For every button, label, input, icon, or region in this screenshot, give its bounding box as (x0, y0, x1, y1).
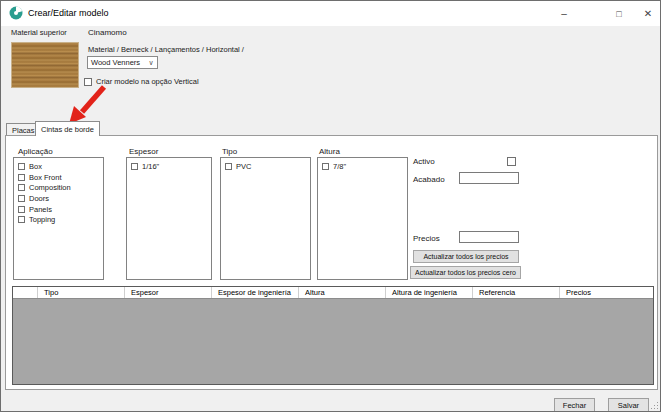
item-checkbox[interactable] (18, 206, 25, 213)
item-checkbox[interactable] (18, 184, 25, 191)
altura-list-item[interactable]: 7/8" (318, 161, 407, 172)
grid-column-header[interactable]: Altura (299, 287, 386, 298)
item-label: Doors (29, 194, 49, 203)
vertical-option-checkbox[interactable] (84, 78, 92, 86)
aplicacao-label: Aplicação (18, 147, 53, 156)
resize-grip[interactable] (650, 401, 658, 409)
item-checkbox[interactable] (322, 163, 329, 170)
grid-column-header[interactable]: Tipo (38, 287, 125, 298)
aplicacao-list-item[interactable]: Box Front (14, 172, 103, 183)
item-label: 1/16" (142, 162, 159, 171)
tipo-label: Tipo (222, 147, 237, 156)
salvar-button[interactable]: Salvar (608, 398, 649, 412)
precios-input[interactable] (459, 231, 519, 243)
grid-header-row: TipoEspesorEspesor de ingenieríaAlturaAl… (13, 287, 653, 299)
item-checkbox[interactable] (131, 163, 138, 170)
activo-checkbox[interactable] (507, 157, 516, 166)
maximize-icon: □ (616, 9, 621, 19)
grid-column-header[interactable]: Precios (560, 287, 653, 298)
item-checkbox[interactable] (225, 163, 232, 170)
grid-column-header[interactable]: Espesor (125, 287, 212, 298)
finish-type-dropdown[interactable]: Wood Venners ∨ (87, 56, 158, 69)
fechar-button[interactable]: Fechar (554, 398, 595, 412)
item-label: PVC (236, 162, 251, 171)
maximize-button[interactable]: □ (604, 1, 634, 26)
dialog-window: Crear/Editar modelo – □ ✕ Material super… (0, 0, 661, 412)
aplicacao-listbox[interactable]: BoxBox FrontCompositionDoorsPanelsToppin… (13, 157, 104, 280)
window-title: Crear/Editar modelo (28, 8, 109, 18)
app-logo-icon (9, 6, 23, 20)
item-label: Box Front (29, 173, 62, 182)
item-checkbox[interactable] (18, 174, 25, 181)
minimize-button[interactable]: – (549, 1, 579, 26)
acabado-input[interactable] (459, 172, 519, 184)
vertical-option-checkbox-row[interactable]: Criar modelo na opção Vertical (84, 77, 199, 86)
item-checkbox[interactable] (18, 216, 25, 223)
update-all-prices-button[interactable]: Actualizar todos los precios (413, 250, 519, 263)
activo-label: Activo (413, 157, 435, 166)
tab-cintas-de-borde[interactable]: Cintas de borde (35, 121, 100, 136)
material-superior-label: Material superior (11, 28, 67, 37)
edgeband-data-grid: TipoEspesorEspesor de ingenieríaAlturaAl… (12, 286, 654, 385)
grid-column-headers: TipoEspesorEspesor de ingenieríaAlturaAl… (38, 287, 653, 298)
grid-column-header[interactable]: Referencia (473, 287, 560, 298)
chevron-down-icon: ∨ (145, 59, 157, 67)
vertical-option-label: Criar modelo na opção Vertical (96, 77, 199, 86)
item-label: Panels (29, 205, 52, 214)
item-label: Composition (29, 183, 71, 192)
item-label: 7/8" (333, 162, 346, 171)
acabado-label: Acabado (413, 175, 445, 184)
espesor-list-item[interactable]: 1/16" (127, 161, 211, 172)
tipo-list-item[interactable]: PVC (221, 161, 310, 172)
grid-column-header[interactable]: Altura de ingeniería (386, 287, 473, 298)
grid-body-empty (13, 299, 653, 384)
aplicacao-list-item[interactable]: Composition (14, 182, 103, 193)
espesor-label: Espesor (129, 147, 158, 156)
grid-column-header[interactable]: Espesor de ingeniería (212, 287, 299, 298)
aplicacao-list-item[interactable]: Box (14, 161, 103, 172)
altura-listbox[interactable]: 7/8" (317, 157, 408, 280)
material-swatch-image (11, 42, 79, 88)
grid-row-header-column (13, 287, 38, 298)
update-all-prices-zero-button[interactable]: Actualizar todos los precios cero (410, 266, 521, 279)
item-label: Topping (29, 215, 55, 224)
espesor-listbox[interactable]: 1/16" (126, 157, 212, 280)
breadcrumb: Material / Berneck / Lançamentos / Horiz… (88, 45, 244, 54)
item-checkbox[interactable] (18, 195, 25, 202)
aplicacao-list-item[interactable]: Panels (14, 204, 103, 215)
close-button[interactable]: ✕ (633, 1, 661, 26)
finish-type-value: Wood Venners (88, 58, 145, 67)
item-checkbox[interactable] (18, 163, 25, 170)
aplicacao-list-item[interactable]: Topping (14, 214, 103, 225)
item-label: Box (29, 162, 42, 171)
altura-label: Altura (319, 147, 340, 156)
aplicacao-list-item[interactable]: Doors (14, 193, 103, 204)
title-bar: Crear/Editar modelo – □ ✕ (1, 1, 660, 26)
tipo-listbox[interactable]: PVC (220, 157, 311, 280)
material-name: Cinamomo (88, 28, 127, 37)
precios-label: Precios (413, 234, 440, 243)
